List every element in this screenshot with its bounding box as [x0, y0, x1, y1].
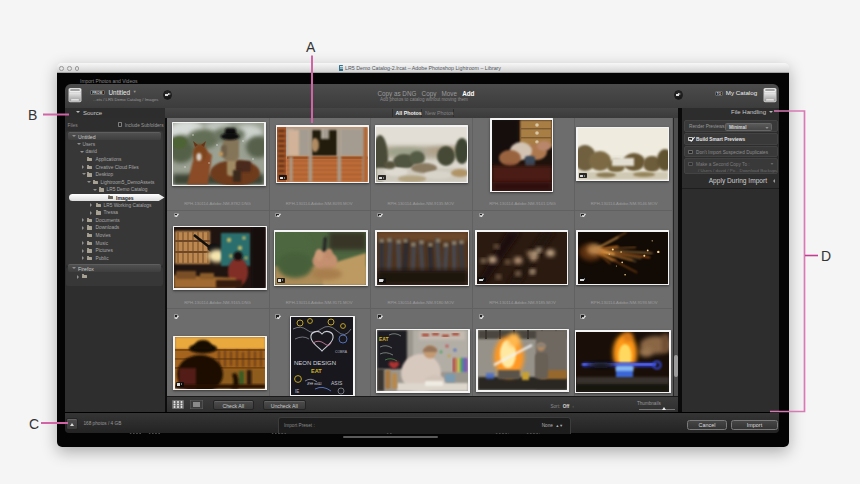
svg-text:ƵƟ юШ: ƵƟ юШ: [307, 381, 322, 386]
svg-text:IE: IE: [295, 389, 299, 394]
svg-text:ASIS: ASIS: [331, 380, 343, 386]
svg-text:COBRA: COBRA: [335, 350, 348, 354]
svg-text:EAT: EAT: [311, 368, 322, 374]
svg-text:NEON DESIGN: NEON DESIGN: [294, 360, 336, 366]
svg-text:EAT: EAT: [379, 336, 389, 342]
